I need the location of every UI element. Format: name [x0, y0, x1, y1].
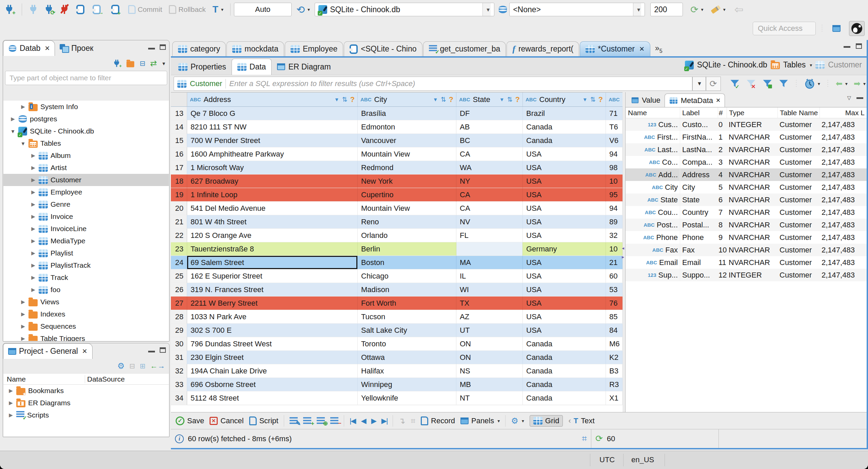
metadata-ordinal-cell[interactable]: 9	[718, 231, 727, 244]
collapsed-arrow-icon[interactable]: ▶	[20, 104, 26, 110]
execution-timer-button[interactable]: ▾	[804, 78, 820, 89]
grid-cell-city[interactable]: Chicago	[358, 269, 456, 283]
apply-filter-icon[interactable]: ✓	[730, 79, 740, 89]
maximize-icon[interactable]	[160, 347, 166, 353]
row-number-cell[interactable]: 30	[171, 337, 187, 351]
grid-cell-state[interactable]: WI	[456, 283, 523, 297]
grid-cell-state[interactable]: NS	[456, 364, 523, 378]
grid-cell-state[interactable]: TX	[456, 297, 523, 310]
grid-cell-postal[interactable]: B3	[606, 364, 623, 378]
sidebar-item-invoice[interactable]: ▶Invoice	[3, 210, 169, 223]
sort-icon[interactable]: ⇅	[590, 96, 596, 103]
collapsed-arrow-icon[interactable]: ▶	[20, 311, 26, 317]
grid-cell-city[interactable]: Mountain View	[358, 147, 456, 161]
grid-cell-postal[interactable]: 10	[606, 175, 623, 188]
metadata-type-cell[interactable]: NVARCHAR	[727, 219, 777, 231]
grid-cell-state[interactable]: AZ	[456, 310, 523, 324]
collapsed-arrow-icon[interactable]: ▶	[20, 299, 26, 305]
grid-cell-address[interactable]: 230 Elgin Street	[187, 351, 358, 364]
metadata-label-cell[interactable]: Postal...	[680, 219, 718, 231]
metadata-col-maxl[interactable]: Max L	[820, 107, 867, 118]
table-row[interactable]: 15700 W Pender StreetVancouverBCCanadaV6	[171, 134, 623, 147]
metadata-type-cell[interactable]: NVARCHAR	[727, 206, 777, 219]
rollback-button[interactable]: Rollback	[169, 5, 206, 14]
row-number-cell[interactable]: 28	[171, 310, 187, 324]
collapsed-arrow-icon[interactable]: ▶	[31, 287, 36, 293]
table-row[interactable]: 23Tauentzienstraße 8BerlinGermany10	[171, 242, 623, 256]
sort-icon[interactable]: ⇅	[342, 96, 348, 103]
remove-filter-icon[interactable]: ✕	[746, 79, 756, 89]
fetch-all-icon[interactable]: ⌗	[411, 416, 416, 426]
minimize-icon[interactable]	[856, 97, 863, 99]
grid-cell-city[interactable]: Berlin	[358, 242, 456, 256]
table-row[interactable]: 29302 S 700 ESalt Lake CityUTUSA84	[171, 324, 623, 337]
delete-row-icon[interactable]: −	[330, 417, 338, 425]
auto-refresh-button[interactable]: ⟳▾	[690, 4, 704, 15]
grid-cell-address[interactable]: 1600 Amphitheatre Parkway	[187, 147, 358, 161]
expand-all-icon[interactable]: ⊞	[140, 362, 145, 370]
grid-cell-city[interactable]: Yellowknife	[358, 391, 456, 405]
grid-cell-postal[interactable]: 71	[606, 107, 623, 120]
reconnect-button[interactable]: ⟳	[44, 4, 53, 15]
sidebar-item-views[interactable]: ▶Views	[3, 296, 169, 308]
metadata-row[interactable]: 123Sup...Suppo...12INTEGERCustomer2,147,…	[626, 269, 867, 281]
row-number-cell[interactable]: 18	[171, 175, 187, 188]
grid-cell-country[interactable]: Canada	[523, 120, 606, 134]
transaction-mode-button[interactable]: T▾	[213, 4, 223, 15]
sidebar-item-playlisttrack[interactable]: ▶PlaylistTrack	[3, 259, 169, 271]
grid-cell-city[interactable]: Madison	[358, 283, 456, 297]
navigator-filter-input[interactable]: Type part of object name to filter	[5, 71, 167, 85]
schema-combo[interactable]: <None> ▼	[509, 3, 645, 16]
metadata-type-cell[interactable]: NVARCHAR	[727, 231, 777, 244]
null-order-icon[interactable]: ?	[598, 95, 603, 104]
metadata-type-cell[interactable]: NVARCHAR	[727, 143, 777, 156]
grid-cell-postal[interactable]: R3	[606, 378, 623, 391]
save-filter-icon[interactable]	[762, 79, 772, 89]
metadata-name-cell[interactable]: ABCCou...	[626, 206, 680, 219]
grid-cell-country[interactable]: USA	[523, 188, 606, 202]
row-number-cell[interactable]: 29	[171, 324, 187, 337]
first-row-button[interactable]: |◀	[350, 417, 356, 425]
refresh-icon[interactable]: ⟳	[595, 433, 603, 444]
panels-button[interactable]: Panels ▾	[460, 416, 500, 425]
table-row[interactable]: 161600 Amphitheatre ParkwayMountain View…	[171, 147, 623, 161]
grid-view-button[interactable]: Grid	[530, 415, 563, 427]
metadata-row[interactable]: ABCPhonePhone9NVARCHARCustomer2,147,483	[626, 231, 867, 244]
column-header-country[interactable]: ABCCountry▼⇅?	[523, 93, 606, 106]
link-editor-icon[interactable]: ←→	[150, 362, 165, 370]
collapsed-arrow-icon[interactable]: ▶	[20, 335, 26, 341]
column-header-address[interactable]: ABCAddress▼⇅?	[187, 93, 358, 106]
grid-cell-address[interactable]: Qe 7 Bloco G	[187, 107, 358, 120]
project-col-datasource[interactable]: DataSource	[85, 375, 169, 383]
grid-cell-postal[interactable]: X1	[606, 391, 623, 405]
sidebar-item-playlist[interactable]: ▶Playlist	[3, 247, 169, 259]
nav-forward-button[interactable]: ➡▾	[854, 79, 866, 88]
metadata-type-cell[interactable]: NVARCHAR	[727, 156, 777, 168]
sidebar-item-customer[interactable]: ▶Customer	[3, 174, 169, 186]
refresh-button[interactable]: ⟳	[706, 77, 721, 91]
table-row[interactable]: 32194A Chain Lake DriveHalifaxNSCanadaB3	[171, 364, 623, 378]
grid-cell-address[interactable]: Tauentzienstraße 8	[187, 242, 358, 256]
collapsed-arrow-icon[interactable]: ▶	[8, 412, 14, 418]
editor-tab-mockdata[interactable]: mockdata	[226, 41, 284, 56]
fetch-size-input[interactable]: 200	[650, 3, 683, 16]
row-number-cell[interactable]: 17	[171, 161, 187, 175]
grid-cell-country[interactable]: USA	[523, 175, 606, 188]
grid-cell-postal[interactable]: 21	[606, 256, 623, 269]
row-number-cell[interactable]: 27	[171, 297, 187, 310]
grid-cell-state[interactable]: ON	[456, 337, 523, 351]
table-row[interactable]: 2469 Salem StreetBostonMAUSA21	[171, 256, 623, 269]
row-count-icon[interactable]: ⌗	[582, 433, 587, 444]
row-number-cell[interactable]: 25	[171, 269, 187, 283]
metadata-label-cell[interactable]: State	[680, 193, 718, 206]
metadata-label-cell[interactable]: Custo...	[680, 118, 718, 131]
table-row[interactable]: 148210 111 ST NWEdmontonABCanadaT6	[171, 120, 623, 134]
sidebar-item-foo[interactable]: ▶foo	[3, 284, 169, 296]
breadcrumb-entity[interactable]: Customer	[828, 60, 862, 69]
collapsed-arrow-icon[interactable]: ▶	[31, 201, 36, 207]
close-icon[interactable]: ✕	[82, 347, 87, 355]
metadata-type-cell[interactable]: INTEGER	[727, 269, 777, 281]
close-icon[interactable]: ✕	[44, 44, 50, 52]
grid-cell-address[interactable]: 796 Dundas Street West	[187, 337, 358, 351]
metadata-row[interactable]: ABCCou...Country7NVARCHARCustomer2,147,4…	[626, 206, 867, 219]
